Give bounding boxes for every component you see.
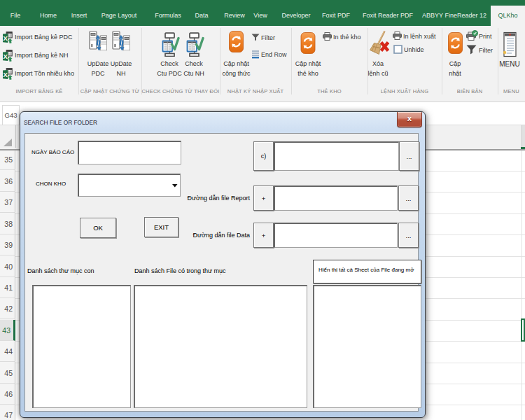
svg-text:X: X [3, 52, 8, 60]
svg-text:X: X [3, 71, 8, 78]
svg-text:X: X [3, 34, 8, 42]
